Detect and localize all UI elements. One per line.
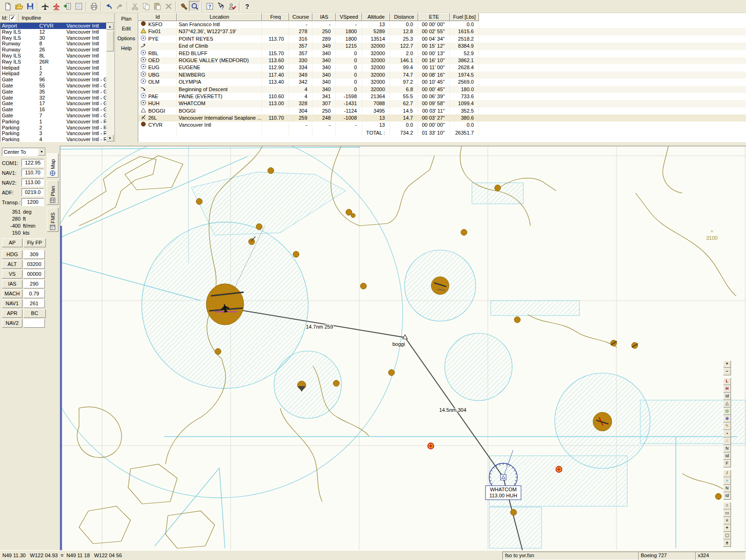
show-navaid-id-button[interactable]: Id [723, 452, 731, 460]
tab-fms[interactable]: FMS [47, 208, 58, 232]
list-item[interactable]: Gate32Vancouver Intl - Gate [0, 95, 106, 101]
show-airspace-button[interactable]: ● [723, 477, 731, 485]
show-airport-id-button[interactable]: Id [723, 393, 731, 400]
ap-bc-button[interactable]: BC [23, 309, 46, 318]
list-scrollbar[interactable]: ▲ ▼ [106, 23, 114, 142]
context-help-icon[interactable]: ? [215, 1, 226, 12]
frequency-input[interactable]: 113.00 [22, 179, 44, 187]
center-to-dropdown[interactable]: Center To ▼ [2, 148, 46, 156]
list-item[interactable]: Gate96Vancouver Intl - Gate [0, 77, 106, 83]
waypoint-row[interactable]: 26LVancouver International Seaplane ...1… [138, 115, 746, 122]
center-aircraft-button[interactable]: + [723, 524, 731, 532]
ap-nav2-value[interactable] [23, 319, 45, 328]
list-item[interactable]: Gate16Vancouver Intl - Gate [0, 107, 106, 113]
tab-map[interactable]: Map [47, 153, 58, 178]
show-airspace-name-button[interactable]: N [723, 485, 731, 492]
scroll-down-icon[interactable]: ▼ [106, 135, 114, 142]
show-marker-button[interactable]: ▪ [723, 430, 731, 438]
frequency-input[interactable]: 110.70 [22, 169, 44, 177]
chevron-down-icon[interactable]: ▼ [38, 148, 45, 156]
menu-edit[interactable]: Edit [122, 26, 131, 31]
column-header[interactable]: ETE [418, 13, 450, 21]
list-item[interactable]: Parking4Vancouver Intl - Ramp [0, 136, 106, 142]
list-item[interactable]: Parking2Vancouver Intl - Ramp [0, 125, 106, 131]
column-header[interactable]: Distance [390, 13, 418, 21]
label-high-button[interactable]: H [723, 385, 731, 393]
list-item[interactable]: Gate7Vancouver Intl - Gate [0, 113, 106, 119]
column-header[interactable]: Altitude [362, 13, 390, 21]
waypoint-row[interactable]: KSFOSan Francisco Intl---130.000 00' 00'… [138, 21, 746, 28]
aircraft-icon[interactable] [39, 1, 51, 12]
scroll-thumb[interactable] [106, 31, 114, 51]
flight-plan-icon[interactable] [51, 1, 62, 12]
ap-vs-value[interactable]: 00000 [23, 270, 45, 279]
undo-icon[interactable] [103, 1, 114, 12]
ap-ap-button[interactable]: AP [2, 238, 22, 247]
list-item[interactable]: Gate17Vancouver Intl - Gate [0, 101, 106, 107]
menu-plan[interactable]: Plan [121, 16, 131, 22]
show-lights-button[interactable]: ∴ [723, 438, 731, 445]
zoom-icon[interactable] [189, 1, 200, 12]
list-item[interactable]: Rwy ILS12Vancouver Intl [0, 29, 106, 35]
ap-ias-value[interactable]: 290 [23, 280, 45, 288]
ap-alt-button[interactable]: ALT [2, 260, 22, 269]
print-icon[interactable] [88, 1, 99, 12]
list-item[interactable]: Parking1Vancouver Intl - Ramp [0, 119, 106, 125]
waypoint-row[interactable]: End of Climb357349121532000122.700 15' 1… [138, 43, 746, 50]
ap-nav2-button[interactable]: NAV2 [2, 319, 22, 328]
label-low-button[interactable]: L [723, 378, 731, 385]
save-file-icon[interactable] [24, 1, 36, 12]
show-lines-button[interactable]: ≡ [723, 517, 731, 524]
column-header[interactable]: VSpeed [336, 13, 362, 21]
add-waypoint-icon[interactable] [62, 1, 73, 12]
ap-alt-value[interactable]: 03200 [23, 260, 45, 269]
list-item[interactable]: Helipad2Vancouver Intl [0, 71, 106, 77]
frequency-input[interactable]: 122.95 [22, 159, 44, 167]
ap-mach-value[interactable]: 0.79 [23, 289, 45, 298]
waypoint-row[interactable]: Fix01N37°42.36', W122°37.19'278250180052… [138, 28, 746, 35]
list-item[interactable]: Helipad1Vancouver Intl [0, 65, 106, 71]
show-labels-button[interactable]: ▭ [723, 510, 731, 517]
column-header[interactable]: Freq [262, 13, 289, 21]
waypoint-row[interactable]: HUHWHATCOM113.00328307-1431708862.700 09… [138, 100, 746, 107]
menu-options[interactable]: Options [117, 36, 135, 41]
measure-button[interactable]: ± [723, 539, 731, 547]
ap-mach-button[interactable]: MACH [2, 289, 22, 298]
about-icon[interactable]: ? [241, 1, 253, 12]
waypoint-row[interactable]: BOGGIBOGGI304250-1124349514.500 03' 11''… [138, 108, 746, 115]
show-runways-button[interactable]: / [723, 470, 731, 477]
list-item[interactable]: Rwy ILS26RVancouver Intl [0, 59, 106, 65]
waypoint-row[interactable]: RBLRED BLUFF115.703573400320002.000 00' … [138, 50, 746, 57]
show-vor-button[interactable]: ◎ [723, 408, 731, 415]
ap-hdg-value[interactable]: 309 [23, 250, 45, 259]
user-check-icon[interactable] [226, 1, 238, 12]
ap-apr-button[interactable]: APR [2, 309, 22, 318]
ap-nav1-value[interactable]: 261 [23, 299, 45, 308]
waypoint-row[interactable]: OEDROGUE VALLEY (MEDFORD)113.60330340032… [138, 57, 746, 64]
select-region-button[interactable]: ▢ [723, 532, 731, 539]
list-item[interactable]: Rwy ILS30Vancouver Intl [0, 35, 106, 41]
show-circles-button[interactable]: ○ [723, 502, 731, 510]
show-navaid-name-button[interactable]: N [723, 445, 731, 452]
show-fix-button[interactable]: △ [723, 400, 731, 408]
list-item[interactable]: Parking3Vancouver Intl - Ramp [0, 130, 106, 136]
help-icon[interactable]: ? [204, 1, 215, 12]
ap-fly-fp-button[interactable]: Fly FP [23, 238, 46, 247]
waypoint-row[interactable]: PYEPOINT REYES113.7031628918001351425.30… [138, 36, 746, 43]
frequency-input[interactable]: 1200 [22, 198, 44, 206]
ap-vs-button[interactable]: VS [2, 270, 22, 279]
column-header[interactable]: Location [177, 13, 262, 21]
tools-icon[interactable] [178, 1, 189, 12]
list-item[interactable]: Gate35Vancouver Intl - Gate [0, 89, 106, 95]
scroll-up-icon[interactable]: ▲ [106, 23, 114, 30]
ap-ias-button[interactable]: IAS [2, 280, 22, 288]
ap-hdg-button[interactable]: HDG [2, 250, 22, 259]
waypoint-row[interactable]: PAEPAINE (EVERETT)110.604341-15982136455… [138, 93, 746, 100]
new-file-icon[interactable] [2, 1, 13, 12]
ap-nav1-button[interactable]: NAV1 [2, 299, 22, 308]
zoom-in-button[interactable]: + [723, 360, 731, 368]
map-canvas[interactable]: WHATCOM 113.00 HUH 14.7nm 259 boggi 14.5… [60, 146, 746, 550]
list-item[interactable]: Runway8Vancouver Intl [0, 41, 106, 47]
column-header[interactable]: Fuel [Lbs] [450, 13, 479, 21]
show-navaid-freq-button[interactable]: F [723, 460, 731, 467]
